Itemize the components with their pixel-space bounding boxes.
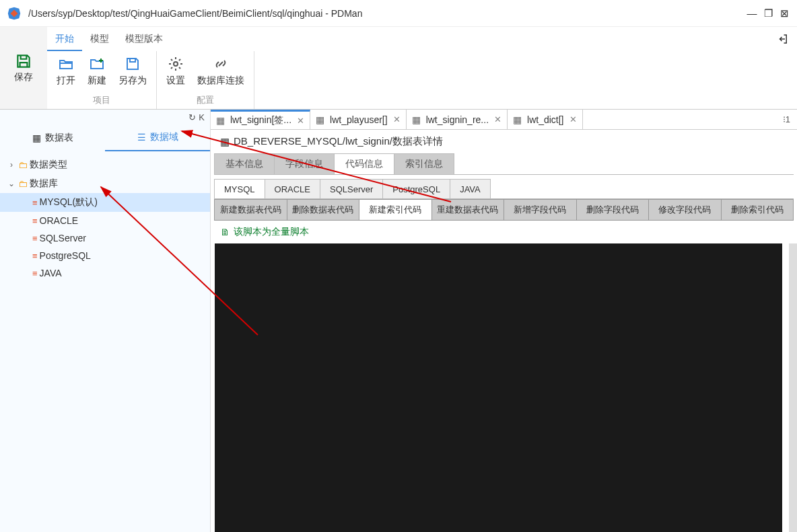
menu-tab-start[interactable]: 开始 [47,29,82,51]
settings-button[interactable]: 设置 [166,55,185,94]
sidebar: ↻ K ▦ 数据表 ☰ 数据域 › 🗀 数据类型 ⌄ 🗀 数据库 [0,110,210,532]
tree-node-datatype[interactable]: › 🗀 数据类型 [0,155,210,174]
grid-icon: ▦ [32,132,41,143]
close-tab-icon[interactable]: ✕ [297,116,304,126]
list-icon: ☰ [137,132,146,143]
new-button[interactable]: 新建 [88,55,106,94]
tree-node-database[interactable]: ⌄ 🗀 数据库 [0,174,210,193]
action-drop-index[interactable]: 删除索引代码 [722,200,794,220]
tree-item-oracle[interactable]: ≡ ORACLE [0,212,210,229]
tree-item-mysql[interactable]: ≡ MYSQL(默认) [0,193,210,212]
menu-tab-model[interactable]: 模型 [82,29,117,51]
action-modify-column[interactable]: 修改字段代码 [649,200,722,220]
folder-icon: 🗀 [18,178,28,189]
ribbon-group-title: 配置 [197,94,214,108]
app-logo [7,6,22,21]
detail-tab-basic[interactable]: 基本信息 [214,153,275,174]
action-create-table[interactable]: 新建数据表代码 [215,200,287,220]
code-action-row: 新建数据表代码 删除数据表代码 新建索引代码 重建数据表代码 新增字段代码 删除… [214,199,794,221]
svg-point-0 [174,62,178,66]
link-icon [212,55,230,73]
db-tab-sqlserver[interactable]: SQLServer [320,179,383,198]
action-drop-column[interactable]: 删除字段代码 [577,200,650,220]
detail-tab-index[interactable]: 索引信息 [394,153,454,174]
folder-open-icon [57,55,75,73]
action-drop-table[interactable]: 删除数据表代码 [287,200,360,220]
db-tab-java[interactable]: JAVA [450,179,491,198]
folder-plus-icon [88,55,106,73]
action-create-index[interactable]: 新建索引代码 [359,200,432,220]
titlebar: /Users/syp/Desktop/test/QingHuaiGameClie… [0,0,797,27]
open-button[interactable]: 打开 [57,55,75,94]
db-tab-postgresql[interactable]: PostgreSQL [382,179,450,198]
tree-item-postgresql[interactable]: ≡ PostgreSQL [0,247,210,264]
close-button[interactable]: ⊠ [778,7,790,20]
window-title: /Users/syp/Desktop/test/QingHuaiGameClie… [28,8,362,19]
code-editor[interactable] [215,243,782,532]
editor-tab[interactable]: ▦ lwt_signin[签... ✕ [211,110,310,129]
database-icon: ≡ [32,198,38,208]
sidebar-toolbar: ↻ K [0,110,210,124]
refresh-icon[interactable]: ↻ [188,112,196,122]
ribbon: 保存 开始 模型 模型版本 打开 新建 [0,27,797,110]
menu-tab-version[interactable]: 模型版本 [117,29,171,51]
save-button[interactable]: 保存 [0,27,47,109]
db-tab-oracle[interactable]: ORACLE [265,179,320,198]
table-icon: ▦ [513,114,522,125]
table-icon: ▦ [216,115,225,126]
detail-tab-code[interactable]: 代码信息 [334,153,394,174]
side-tab-tables[interactable]: ▦ 数据表 [0,124,105,151]
logout-icon[interactable] [769,29,797,51]
database-icon: ≡ [32,233,38,243]
action-rebuild-table[interactable]: 重建数据表代码 [432,200,505,220]
database-icon: ≡ [32,268,38,278]
action-add-column[interactable]: 新增字段代码 [504,200,577,220]
detail-tab-fields[interactable]: 字段信息 [274,153,335,174]
db-type-tabs: MYSQL ORACLE SQLServer PostgreSQL JAVA [214,179,794,199]
tree: › 🗀 数据类型 ⌄ 🗀 数据库 ≡ MYSQL(默认) ≡ ORACLE [0,151,210,286]
editor-tab[interactable]: ▦ lwt_dict[] ✕ [508,110,582,129]
chevron-right-icon: › [7,160,16,169]
table-icon: ▦ [220,136,230,148]
database-icon: ≡ [32,216,38,226]
close-tab-icon[interactable]: ✕ [393,114,401,124]
close-tab-icon[interactable]: ✕ [494,114,501,124]
editor-tab-overflow[interactable]: ⁝1 [776,110,797,129]
menu-tabs: 开始 模型 模型版本 [47,27,797,51]
document-icon: 🗎 [220,227,230,237]
detail-tabs: 基本信息 字段信息 代码信息 索引信息 [214,153,794,175]
save-as-icon [124,55,141,73]
script-note: 🗎 该脚本为全量脚本 [211,221,797,243]
side-tab-domains[interactable]: ☰ 数据域 [105,124,210,151]
ribbon-group-config: 设置 数据库连接 配置 [157,51,254,109]
save-label: 保存 [14,71,33,83]
tree-item-java[interactable]: ≡ JAVA [0,264,210,282]
gear-icon [167,55,184,73]
db-connect-button[interactable]: 数据库连接 [197,55,244,94]
tree-item-sqlserver[interactable]: ≡ SQLServer [0,229,210,247]
maximize-button[interactable]: ❐ [762,7,774,20]
chevron-down-icon: ⌄ [7,179,16,188]
table-icon: ▦ [412,114,421,125]
editor-tabs: ▦ lwt_signin[签... ✕ ▦ lwt_playuser[] ✕ ▦… [211,110,797,130]
collapse-icon[interactable]: K [199,112,205,122]
saveas-button[interactable]: 另存为 [118,55,147,94]
table-icon: ▦ [316,114,324,125]
editor-tab[interactable]: ▦ lwt_playuser[] ✕ [310,110,407,129]
minimize-button[interactable]: — [746,7,758,20]
save-icon [15,52,32,70]
folder-icon: 🗀 [18,159,28,170]
content-area: ▦ lwt_signin[签... ✕ ▦ lwt_playuser[] ✕ ▦… [210,110,797,532]
ribbon-group-title: 项目 [93,94,110,108]
breadcrumb: ▦ DB_REVERSE_MYSQL/lwt_signin/数据表详情 [211,130,797,153]
db-tab-mysql[interactable]: MYSQL [214,179,265,198]
vertical-scrollbar[interactable] [789,243,797,532]
database-icon: ≡ [32,251,38,261]
editor-tab[interactable]: ▦ lwt_signin_re... ✕ [407,110,508,129]
close-tab-icon[interactable]: ✕ [569,114,577,124]
ribbon-group-project: 打开 新建 另存为 项目 [47,51,157,109]
